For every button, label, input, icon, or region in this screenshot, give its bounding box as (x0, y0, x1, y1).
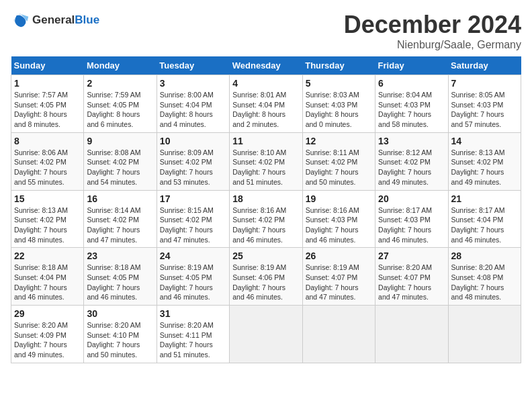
day-cell-19: 19Sunrise: 8:16 AM Sunset: 4:03 PM Dayli… (302, 190, 375, 248)
day-cell-9: 9Sunrise: 8:08 AM Sunset: 4:02 PM Daylig… (84, 132, 157, 190)
day-number: 25 (232, 250, 299, 261)
day-cell-23: 23Sunrise: 8:18 AM Sunset: 4:05 PM Dayli… (84, 248, 157, 306)
day-info: Sunrise: 8:20 AM Sunset: 4:09 PM Dayligh… (14, 320, 81, 360)
day-info: Sunrise: 8:16 AM Sunset: 4:03 PM Dayligh… (306, 205, 372, 245)
day-info: Sunrise: 8:19 AM Sunset: 4:06 PM Dayligh… (232, 263, 299, 302)
day-number: 8 (14, 136, 81, 146)
day-info: Sunrise: 8:10 AM Sunset: 4:02 PM Dayligh… (232, 148, 299, 187)
calendar-week-3: 15Sunrise: 8:13 AM Sunset: 4:02 PM Dayli… (11, 190, 521, 248)
day-info: Sunrise: 8:05 AM Sunset: 4:03 PM Dayligh… (451, 90, 518, 130)
day-number: 13 (378, 136, 445, 146)
dow-header-friday: Friday (375, 56, 448, 75)
day-cell-25: 25Sunrise: 8:19 AM Sunset: 4:06 PM Dayli… (230, 248, 302, 306)
day-cell-28: 28Sunrise: 8:20 AM Sunset: 4:08 PM Dayli… (448, 248, 521, 306)
day-number: 27 (378, 250, 445, 261)
day-cell-14: 14Sunrise: 8:13 AM Sunset: 4:02 PM Dayli… (448, 132, 521, 190)
day-info: Sunrise: 8:17 AM Sunset: 4:03 PM Dayligh… (378, 205, 445, 245)
day-number: 31 (160, 308, 226, 319)
day-cell-4: 4Sunrise: 8:01 AM Sunset: 4:04 PM Daylig… (230, 75, 302, 133)
dow-header-tuesday: Tuesday (157, 56, 229, 75)
day-cell-18: 18Sunrise: 8:16 AM Sunset: 4:02 PM Dayli… (230, 190, 302, 248)
day-cell-6: 6Sunrise: 8:04 AM Sunset: 4:03 PM Daylig… (375, 75, 448, 133)
day-info: Sunrise: 8:20 AM Sunset: 4:10 PM Dayligh… (87, 320, 153, 360)
day-number: 29 (14, 308, 81, 319)
dow-header-wednesday: Wednesday (230, 56, 302, 75)
day-info: Sunrise: 8:06 AM Sunset: 4:02 PM Dayligh… (14, 148, 81, 187)
day-number: 16 (87, 193, 153, 204)
dow-header-sunday: Sunday (11, 56, 84, 75)
day-cell-27: 27Sunrise: 8:20 AM Sunset: 4:07 PM Dayli… (375, 248, 448, 306)
day-cell-17: 17Sunrise: 8:15 AM Sunset: 4:02 PM Dayli… (157, 190, 229, 248)
dow-header-thursday: Thursday (302, 56, 375, 75)
day-info: Sunrise: 8:09 AM Sunset: 4:02 PM Dayligh… (160, 148, 226, 187)
month-title: December 2024 (344, 11, 521, 39)
day-number: 20 (378, 193, 445, 204)
day-cell-2: 2Sunrise: 7:59 AM Sunset: 4:05 PM Daylig… (84, 75, 157, 133)
day-info: Sunrise: 8:20 AM Sunset: 4:07 PM Dayligh… (378, 263, 445, 302)
logo-text: GeneralBlue (32, 13, 99, 27)
day-info: Sunrise: 8:13 AM Sunset: 4:02 PM Dayligh… (451, 148, 518, 187)
empty-cell (448, 306, 521, 363)
day-number: 7 (451, 78, 518, 89)
empty-cell (230, 306, 302, 363)
location: Nienburg/Saale, Germany (344, 39, 521, 51)
day-cell-8: 8Sunrise: 8:06 AM Sunset: 4:02 PM Daylig… (11, 132, 84, 190)
day-cell-24: 24Sunrise: 8:19 AM Sunset: 4:05 PM Dayli… (157, 248, 229, 306)
day-info: Sunrise: 8:19 AM Sunset: 4:07 PM Dayligh… (306, 263, 372, 302)
day-number: 30 (87, 308, 153, 319)
calendar-week-5: 29Sunrise: 8:20 AM Sunset: 4:09 PM Dayli… (11, 306, 521, 363)
day-info: Sunrise: 7:57 AM Sunset: 4:05 PM Dayligh… (14, 90, 81, 130)
day-cell-21: 21Sunrise: 8:17 AM Sunset: 4:04 PM Dayli… (448, 190, 521, 248)
day-number: 12 (306, 136, 372, 146)
day-number: 10 (160, 136, 226, 146)
day-number: 15 (14, 193, 81, 204)
day-number: 11 (232, 136, 299, 146)
day-number: 2 (87, 78, 153, 89)
day-info: Sunrise: 8:01 AM Sunset: 4:04 PM Dayligh… (232, 90, 299, 130)
day-number: 17 (160, 193, 226, 204)
day-cell-5: 5Sunrise: 8:03 AM Sunset: 4:03 PM Daylig… (302, 75, 375, 133)
day-info: Sunrise: 8:13 AM Sunset: 4:02 PM Dayligh… (14, 205, 81, 245)
logo: GeneralBlue (11, 11, 99, 30)
day-info: Sunrise: 8:08 AM Sunset: 4:02 PM Dayligh… (87, 148, 153, 187)
day-info: Sunrise: 8:20 AM Sunset: 4:11 PM Dayligh… (160, 320, 226, 360)
day-info: Sunrise: 7:59 AM Sunset: 4:05 PM Dayligh… (87, 90, 153, 130)
day-cell-15: 15Sunrise: 8:13 AM Sunset: 4:02 PM Dayli… (11, 190, 84, 248)
day-number: 18 (232, 193, 299, 204)
day-cell-20: 20Sunrise: 8:17 AM Sunset: 4:03 PM Dayli… (375, 190, 448, 248)
day-cell-3: 3Sunrise: 8:00 AM Sunset: 4:04 PM Daylig… (157, 75, 229, 133)
day-cell-11: 11Sunrise: 8:10 AM Sunset: 4:02 PM Dayli… (230, 132, 302, 190)
calendar-week-4: 22Sunrise: 8:18 AM Sunset: 4:04 PM Dayli… (11, 248, 521, 306)
day-number: 28 (451, 250, 518, 261)
day-number: 3 (160, 78, 226, 89)
day-number: 21 (451, 193, 518, 204)
day-number: 1 (14, 78, 81, 89)
day-info: Sunrise: 8:16 AM Sunset: 4:02 PM Dayligh… (232, 205, 299, 245)
day-number: 23 (87, 250, 153, 261)
dow-header-saturday: Saturday (448, 56, 521, 75)
day-info: Sunrise: 8:00 AM Sunset: 4:04 PM Dayligh… (160, 90, 226, 130)
day-info: Sunrise: 8:12 AM Sunset: 4:02 PM Dayligh… (378, 148, 445, 187)
empty-cell (375, 306, 448, 363)
day-cell-16: 16Sunrise: 8:14 AM Sunset: 4:02 PM Dayli… (84, 190, 157, 248)
day-number: 19 (306, 193, 372, 204)
logo-icon (11, 11, 30, 30)
day-cell-29: 29Sunrise: 8:20 AM Sunset: 4:09 PM Dayli… (11, 306, 84, 363)
day-number: 6 (378, 78, 445, 89)
day-info: Sunrise: 8:03 AM Sunset: 4:03 PM Dayligh… (306, 90, 372, 130)
day-number: 4 (232, 78, 299, 89)
day-info: Sunrise: 8:11 AM Sunset: 4:02 PM Dayligh… (306, 148, 372, 187)
day-number: 9 (87, 136, 153, 146)
day-cell-7: 7Sunrise: 8:05 AM Sunset: 4:03 PM Daylig… (448, 75, 521, 133)
day-number: 22 (14, 250, 81, 261)
day-info: Sunrise: 8:17 AM Sunset: 4:04 PM Dayligh… (451, 205, 518, 245)
day-info: Sunrise: 8:18 AM Sunset: 4:05 PM Dayligh… (87, 263, 153, 302)
day-info: Sunrise: 8:15 AM Sunset: 4:02 PM Dayligh… (160, 205, 226, 245)
calendar-week-2: 8Sunrise: 8:06 AM Sunset: 4:02 PM Daylig… (11, 132, 521, 190)
day-cell-26: 26Sunrise: 8:19 AM Sunset: 4:07 PM Dayli… (302, 248, 375, 306)
day-info: Sunrise: 8:20 AM Sunset: 4:08 PM Dayligh… (451, 263, 518, 302)
calendar-week-1: 1Sunrise: 7:57 AM Sunset: 4:05 PM Daylig… (11, 75, 521, 133)
page-header: GeneralBlue December 2024 Nienburg/Saale… (11, 11, 521, 51)
day-info: Sunrise: 8:19 AM Sunset: 4:05 PM Dayligh… (160, 263, 226, 302)
day-number: 14 (451, 136, 518, 146)
